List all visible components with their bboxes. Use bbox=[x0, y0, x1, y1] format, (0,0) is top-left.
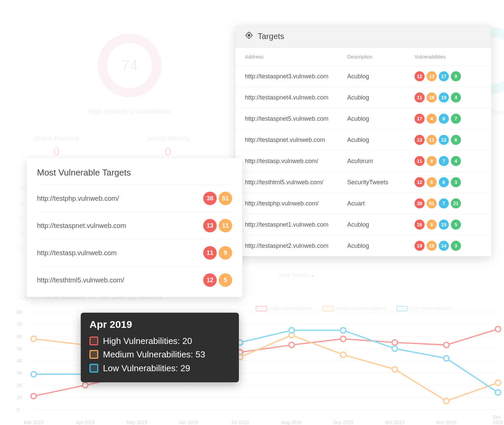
tooltip-swatch-high bbox=[89, 337, 98, 345]
y-tick: 20 bbox=[17, 383, 22, 388]
list-item[interactable]: http://testasp.vulnweb.com119 bbox=[37, 239, 232, 266]
chart-tooltip: Apr 2019 High Vulnerabilities: 20 Medium… bbox=[81, 313, 239, 382]
vuln-info-badge: 6 bbox=[451, 135, 461, 145]
scans-running-value: 0 bbox=[34, 145, 79, 158]
x-tick: Jun 2019 bbox=[179, 420, 198, 425]
row-address: http://testaspnet3.vulnweb.com bbox=[245, 73, 347, 80]
tooltip-low: Low Vulnerabilities: 29 bbox=[103, 361, 190, 375]
table-row[interactable]: http://testaspnet2.vulnweb.comAcublog191… bbox=[236, 235, 491, 256]
list-item[interactable]: http://testphp.vulnweb.com/3851 bbox=[37, 185, 232, 212]
mvt-badges: 1311 bbox=[203, 219, 232, 232]
scans-waiting-label: Scans Waiting bbox=[147, 134, 189, 142]
table-row[interactable]: http://testaspnet4.vulnweb.comAcublog111… bbox=[236, 87, 491, 108]
data-point[interactable] bbox=[392, 366, 397, 372]
vuln-low-badge: 15 bbox=[439, 220, 449, 230]
x-tick: Nov 2019 bbox=[436, 420, 457, 425]
vuln-low-badge: 7 bbox=[439, 156, 449, 166]
row-badges: 12563 bbox=[415, 177, 482, 187]
data-point[interactable] bbox=[82, 383, 88, 388]
tooltip-high: High Vulnerabilities: 20 bbox=[103, 334, 192, 348]
mvt-address: http://testhtml5.vulnweb.com/ bbox=[37, 276, 124, 284]
row-address: http://testaspnet1.vulnweb.com bbox=[245, 221, 347, 228]
row-address: http://testaspnet4.vulnweb.com bbox=[245, 94, 347, 101]
vuln-high-badge: 13 bbox=[415, 135, 425, 145]
data-point[interactable] bbox=[31, 393, 36, 399]
vuln-high-badge: 11 bbox=[203, 246, 217, 260]
vuln-medium-badge: 11 bbox=[219, 219, 232, 232]
row-address: http://testphp.vulnweb.com/ bbox=[245, 200, 347, 207]
y-tick: 60 bbox=[17, 334, 22, 339]
data-point[interactable] bbox=[340, 336, 346, 342]
x-tick: Apr 2019 bbox=[76, 420, 95, 425]
data-point[interactable] bbox=[444, 398, 449, 404]
data-point[interactable] bbox=[444, 342, 449, 348]
data-point[interactable] bbox=[392, 340, 397, 345]
scans-running-label: Scans Running bbox=[34, 134, 79, 142]
vuln-medium-badge: 13 bbox=[427, 71, 437, 81]
data-point[interactable] bbox=[444, 356, 449, 361]
tooltip-swatch-low bbox=[89, 364, 98, 373]
row-badges: 17497 bbox=[415, 114, 482, 124]
vuln-medium-badge: 9 bbox=[427, 220, 437, 230]
vuln-high-badge: 13 bbox=[203, 219, 217, 232]
table-row[interactable]: http://testaspnet1.vulnweb.comAcublog169… bbox=[236, 214, 491, 235]
row-address: http://testaspnet2.vulnweb.com bbox=[245, 242, 347, 249]
mvt-address: http://testphp.vulnweb.com/ bbox=[37, 195, 119, 202]
vuln-low-badge: 6 bbox=[439, 177, 449, 187]
data-point[interactable] bbox=[495, 380, 501, 385]
data-point[interactable] bbox=[495, 326, 501, 332]
table-row[interactable]: http://testaspnet5.vulnweb.comAcublog174… bbox=[236, 108, 491, 129]
mvt-badges: 3851 bbox=[203, 192, 232, 205]
svg-point-1 bbox=[248, 34, 250, 36]
vuln-medium-badge: 5 bbox=[219, 273, 232, 287]
row-badges: 11974 bbox=[415, 156, 482, 166]
vuln-low-badge: 9 bbox=[439, 114, 449, 124]
mvt-badges: 125 bbox=[203, 273, 232, 287]
vuln-low-badge: 7 bbox=[439, 198, 449, 208]
vuln-high-badge: 12 bbox=[415, 71, 425, 81]
mvt-badges: 119 bbox=[203, 246, 232, 260]
data-point[interactable] bbox=[392, 346, 397, 351]
mvt-address: http://testasp.vulnweb.com bbox=[37, 249, 117, 257]
list-item[interactable]: http://testhtml5.vulnweb.com/125 bbox=[37, 266, 232, 294]
vuln-low-badge: 14 bbox=[439, 241, 449, 251]
row-description: Acublog bbox=[347, 137, 415, 144]
table-row[interactable]: http://testasp.vulnweb.com/Acuforum11974 bbox=[236, 151, 491, 172]
data-point[interactable] bbox=[495, 390, 501, 395]
vuln-medium-badge: 4 bbox=[427, 114, 437, 124]
vuln-info-badge: 21 bbox=[451, 198, 461, 208]
high-severity-donut: 74 bbox=[98, 34, 161, 98]
vuln-medium-badge: 9 bbox=[427, 156, 437, 166]
col-vulnerabilities: Vulnerabilities bbox=[415, 54, 482, 60]
data-point[interactable] bbox=[340, 327, 346, 333]
table-row[interactable]: http://testaspnet.vulnweb.comAcublog1311… bbox=[236, 129, 491, 151]
vuln-medium-badge: 51 bbox=[219, 192, 232, 205]
y-tick: 30 bbox=[17, 370, 22, 376]
data-point[interactable] bbox=[31, 372, 36, 377]
data-point[interactable] bbox=[340, 352, 346, 357]
vuln-high-badge: 12 bbox=[415, 177, 425, 187]
x-tick: Dec 2019 bbox=[493, 414, 503, 425]
data-point[interactable] bbox=[31, 336, 36, 342]
table-row[interactable]: http://testhtml5.vulnweb.com/SecurityTwe… bbox=[236, 172, 491, 193]
tooltip-medium: Medium Vulnerabilities: 53 bbox=[103, 348, 205, 361]
table-row[interactable]: http://testphp.vulnweb.com/Acuart3851721 bbox=[236, 193, 491, 214]
row-address: http://testaspnet5.vulnweb.com bbox=[245, 115, 347, 122]
list-item[interactable]: http://testaspnet.vulnweb.com1311 bbox=[37, 212, 232, 239]
row-badges: 1213179 bbox=[415, 71, 482, 81]
vuln-high-badge: 11 bbox=[415, 156, 425, 166]
data-point[interactable] bbox=[289, 342, 294, 348]
row-badges: 3851721 bbox=[415, 198, 482, 208]
vuln-info-badge: 7 bbox=[451, 114, 461, 124]
row-address: http://testhtml5.vulnweb.com/ bbox=[245, 179, 347, 186]
vuln-info-badge: 3 bbox=[451, 177, 461, 187]
vuln-medium-badge: 51 bbox=[427, 198, 437, 208]
donut-caption: High Severity Vulnerabilities bbox=[74, 108, 185, 115]
row-description: Acuforum bbox=[347, 158, 415, 165]
vuln-low-badge: 19 bbox=[439, 92, 449, 103]
table-row[interactable]: http://testaspnet3.vulnweb.comAcublog121… bbox=[236, 66, 491, 87]
data-point[interactable] bbox=[289, 327, 294, 333]
severity-caption-partial: Sever bbox=[492, 108, 504, 116]
hide-trends-button[interactable]: Hide Trends ▲ bbox=[279, 272, 315, 278]
vuln-info-badge: 9 bbox=[451, 71, 461, 81]
